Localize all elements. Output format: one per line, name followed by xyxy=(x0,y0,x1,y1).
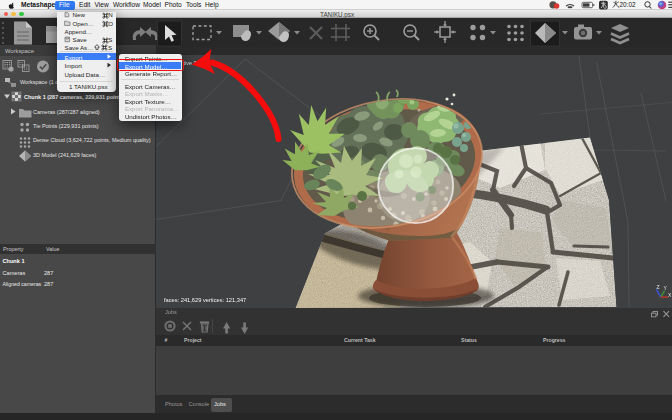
svg-text:Z: Z xyxy=(657,284,660,290)
